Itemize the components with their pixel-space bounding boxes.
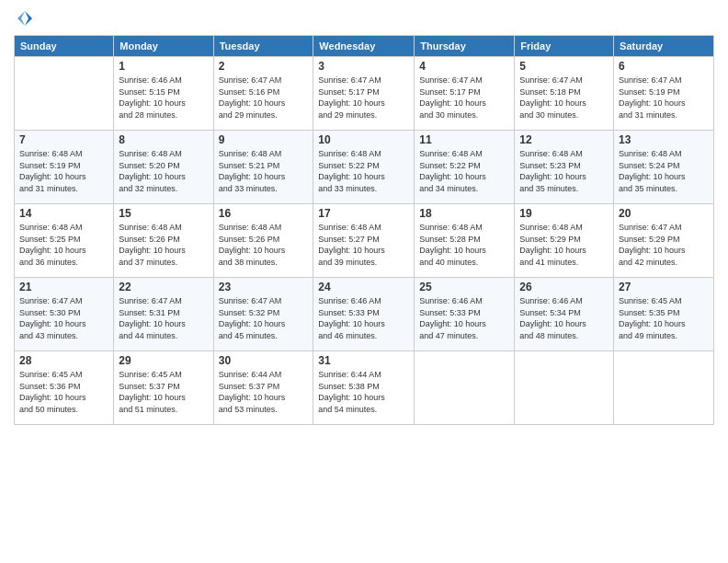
day-info: Sunrise: 6:45 AM Sunset: 5:37 PM Dayligh… (119, 369, 208, 415)
calendar-cell: 22Sunrise: 6:47 AM Sunset: 5:31 PM Dayli… (114, 278, 213, 351)
calendar-day-header: Friday (515, 36, 614, 57)
calendar-cell: 19Sunrise: 6:48 AM Sunset: 5:29 PM Dayli… (515, 204, 614, 278)
day-number: 19 (519, 207, 609, 220)
calendar-cell: 18Sunrise: 6:48 AM Sunset: 5:28 PM Dayli… (415, 204, 515, 278)
calendar-cell: 8Sunrise: 6:48 AM Sunset: 5:20 PM Daylig… (114, 131, 213, 204)
calendar-table: SundayMondayTuesdayWednesdayThursdayFrid… (14, 35, 714, 425)
day-info: Sunrise: 6:48 AM Sunset: 5:24 PM Dayligh… (619, 148, 709, 194)
day-info: Sunrise: 6:47 AM Sunset: 5:30 PM Dayligh… (19, 295, 108, 341)
day-number: 20 (619, 207, 709, 220)
calendar-cell: 16Sunrise: 6:48 AM Sunset: 5:26 PM Dayli… (213, 204, 313, 278)
day-info: Sunrise: 6:48 AM Sunset: 5:28 PM Dayligh… (419, 222, 509, 268)
day-info: Sunrise: 6:47 AM Sunset: 5:32 PM Dayligh… (219, 295, 309, 341)
day-number: 4 (419, 60, 509, 73)
day-info: Sunrise: 6:48 AM Sunset: 5:19 PM Dayligh… (19, 148, 108, 194)
day-number: 29 (119, 354, 208, 367)
page: SundayMondayTuesdayWednesdayThursdayFrid… (0, 0, 728, 563)
calendar-cell: 25Sunrise: 6:46 AM Sunset: 5:33 PM Dayli… (415, 278, 515, 351)
calendar-cell: 15Sunrise: 6:48 AM Sunset: 5:26 PM Dayli… (114, 204, 213, 278)
day-info: Sunrise: 6:47 AM Sunset: 5:17 PM Dayligh… (419, 75, 509, 121)
calendar-cell: 1Sunrise: 6:46 AM Sunset: 5:15 PM Daylig… (114, 57, 213, 131)
day-number: 22 (119, 281, 208, 293)
day-number: 21 (19, 281, 108, 293)
calendar-cell: 28Sunrise: 6:45 AM Sunset: 5:36 PM Dayli… (15, 351, 114, 425)
calendar-week-row: 7Sunrise: 6:48 AM Sunset: 5:19 PM Daylig… (15, 131, 714, 204)
day-info: Sunrise: 6:48 AM Sunset: 5:25 PM Dayligh… (19, 222, 108, 268)
day-info: Sunrise: 6:48 AM Sunset: 5:26 PM Dayligh… (219, 222, 309, 268)
calendar-cell: 10Sunrise: 6:48 AM Sunset: 5:22 PM Dayli… (313, 131, 415, 204)
calendar-day-header: Tuesday (213, 36, 313, 57)
calendar-cell: 11Sunrise: 6:48 AM Sunset: 5:22 PM Dayli… (415, 131, 515, 204)
day-info: Sunrise: 6:47 AM Sunset: 5:31 PM Dayligh… (119, 295, 208, 341)
day-number: 13 (619, 133, 709, 146)
day-number: 26 (519, 281, 609, 293)
day-number: 28 (19, 354, 108, 367)
day-number: 1 (119, 60, 208, 73)
day-info: Sunrise: 6:45 AM Sunset: 5:36 PM Dayligh… (19, 369, 108, 415)
logo (14, 9, 34, 28)
calendar-week-row: 21Sunrise: 6:47 AM Sunset: 5:30 PM Dayli… (15, 278, 714, 351)
calendar-day-header: Monday (114, 36, 213, 57)
calendar-cell: 7Sunrise: 6:48 AM Sunset: 5:19 PM Daylig… (15, 131, 114, 204)
day-info: Sunrise: 6:44 AM Sunset: 5:38 PM Dayligh… (318, 369, 409, 415)
calendar-day-header: Wednesday (313, 36, 415, 57)
day-info: Sunrise: 6:48 AM Sunset: 5:22 PM Dayligh… (419, 148, 509, 194)
calendar-cell: 14Sunrise: 6:48 AM Sunset: 5:25 PM Dayli… (15, 204, 114, 278)
calendar-cell: 3Sunrise: 6:47 AM Sunset: 5:17 PM Daylig… (313, 57, 415, 131)
day-info: Sunrise: 6:44 AM Sunset: 5:37 PM Dayligh… (219, 369, 309, 415)
day-number: 14 (19, 207, 108, 220)
day-number: 18 (419, 207, 509, 220)
day-number: 5 (519, 60, 609, 73)
calendar-cell (15, 57, 114, 131)
calendar-cell: 21Sunrise: 6:47 AM Sunset: 5:30 PM Dayli… (15, 278, 114, 351)
calendar-cell: 9Sunrise: 6:48 AM Sunset: 5:21 PM Daylig… (213, 131, 313, 204)
day-info: Sunrise: 6:46 AM Sunset: 5:34 PM Dayligh… (519, 295, 609, 341)
day-info: Sunrise: 6:47 AM Sunset: 5:17 PM Dayligh… (318, 75, 409, 121)
day-info: Sunrise: 6:48 AM Sunset: 5:27 PM Dayligh… (318, 222, 409, 268)
calendar-week-row: 28Sunrise: 6:45 AM Sunset: 5:36 PM Dayli… (15, 351, 714, 425)
calendar-cell: 31Sunrise: 6:44 AM Sunset: 5:38 PM Dayli… (313, 351, 415, 425)
day-info: Sunrise: 6:46 AM Sunset: 5:15 PM Dayligh… (119, 75, 208, 121)
day-number: 25 (419, 281, 509, 293)
calendar-cell: 24Sunrise: 6:46 AM Sunset: 5:33 PM Dayli… (313, 278, 415, 351)
day-number: 23 (219, 281, 309, 293)
day-info: Sunrise: 6:47 AM Sunset: 5:16 PM Dayligh… (219, 75, 309, 121)
day-number: 31 (318, 354, 409, 367)
day-info: Sunrise: 6:47 AM Sunset: 5:18 PM Dayligh… (519, 75, 609, 121)
calendar-day-header: Thursday (415, 36, 515, 57)
calendar-cell (614, 351, 714, 425)
day-number: 15 (119, 207, 208, 220)
day-info: Sunrise: 6:48 AM Sunset: 5:20 PM Dayligh… (119, 148, 208, 194)
calendar-cell: 26Sunrise: 6:46 AM Sunset: 5:34 PM Dayli… (515, 278, 614, 351)
day-info: Sunrise: 6:47 AM Sunset: 5:19 PM Dayligh… (619, 75, 709, 121)
day-number: 3 (318, 60, 409, 73)
svg-marker-0 (25, 11, 32, 26)
day-info: Sunrise: 6:46 AM Sunset: 5:33 PM Dayligh… (419, 295, 509, 341)
day-number: 11 (419, 133, 509, 146)
calendar-cell: 27Sunrise: 6:45 AM Sunset: 5:35 PM Dayli… (614, 278, 714, 351)
calendar-week-row: 1Sunrise: 6:46 AM Sunset: 5:15 PM Daylig… (15, 57, 714, 131)
calendar-cell: 2Sunrise: 6:47 AM Sunset: 5:16 PM Daylig… (213, 57, 313, 131)
calendar-cell (515, 351, 614, 425)
logo-icon (16, 9, 34, 28)
calendar-cell: 17Sunrise: 6:48 AM Sunset: 5:27 PM Dayli… (313, 204, 415, 278)
day-number: 24 (318, 281, 409, 293)
calendar-day-header: Sunday (15, 36, 114, 57)
day-number: 8 (119, 133, 208, 146)
calendar-cell: 30Sunrise: 6:44 AM Sunset: 5:37 PM Dayli… (213, 351, 313, 425)
calendar-cell: 4Sunrise: 6:47 AM Sunset: 5:17 PM Daylig… (415, 57, 515, 131)
calendar-cell: 5Sunrise: 6:47 AM Sunset: 5:18 PM Daylig… (515, 57, 614, 131)
svg-marker-1 (17, 11, 25, 26)
calendar-cell: 6Sunrise: 6:47 AM Sunset: 5:19 PM Daylig… (614, 57, 714, 131)
day-info: Sunrise: 6:48 AM Sunset: 5:29 PM Dayligh… (519, 222, 609, 268)
day-info: Sunrise: 6:48 AM Sunset: 5:22 PM Dayligh… (318, 148, 409, 194)
day-number: 7 (19, 133, 108, 146)
day-number: 27 (619, 281, 709, 293)
day-number: 2 (219, 60, 309, 73)
day-number: 10 (318, 133, 409, 146)
day-info: Sunrise: 6:45 AM Sunset: 5:35 PM Dayligh… (619, 295, 709, 341)
calendar-week-row: 14Sunrise: 6:48 AM Sunset: 5:25 PM Dayli… (15, 204, 714, 278)
calendar-cell: 20Sunrise: 6:47 AM Sunset: 5:29 PM Dayli… (614, 204, 714, 278)
calendar-cell: 29Sunrise: 6:45 AM Sunset: 5:37 PM Dayli… (114, 351, 213, 425)
day-number: 30 (219, 354, 309, 367)
